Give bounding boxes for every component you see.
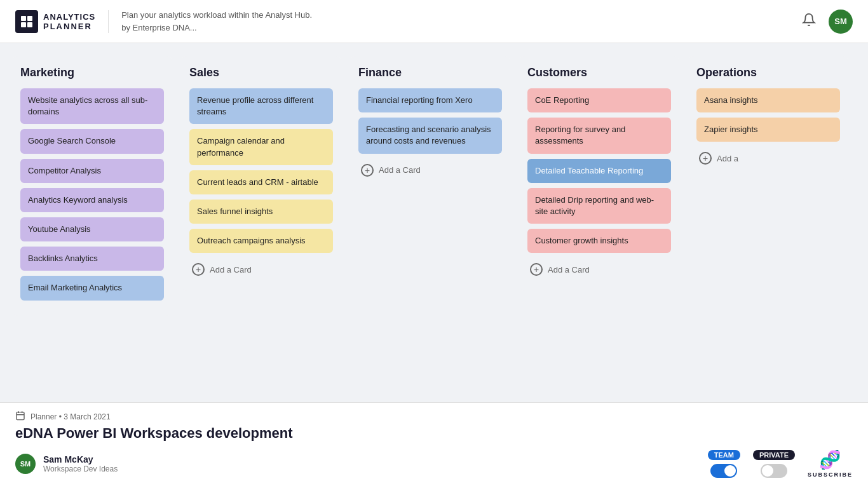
footer-right: TEAM PRIVATE 🧬 SUBSCRIBE bbox=[708, 449, 853, 478]
user-avatar[interactable]: SM bbox=[829, 10, 853, 34]
svg-rect-2 bbox=[21, 22, 26, 27]
add-icon: + bbox=[699, 152, 712, 165]
svg-rect-4 bbox=[17, 412, 24, 420]
header-right: SM bbox=[802, 10, 853, 34]
card[interactable]: Zapier insights bbox=[696, 118, 840, 142]
footer-bottom: SM Sam McKay Workspace Dev Ideas TEAM PR… bbox=[15, 449, 853, 478]
card[interactable]: Detailed Drip reporting and web-site act… bbox=[527, 188, 671, 224]
bell-icon[interactable] bbox=[802, 13, 816, 30]
header-subtitle: Plan your analytics workload within the … bbox=[121, 9, 312, 34]
svg-rect-0 bbox=[21, 16, 26, 21]
card[interactable]: Backlinks Analytics bbox=[20, 247, 164, 271]
add-card-button[interactable]: +Add a Card bbox=[189, 258, 333, 281]
column-sales: SalesRevenue profile across different st… bbox=[182, 56, 341, 291]
logo-text: ANALYTICS PLANNER bbox=[43, 12, 95, 31]
logo-icon bbox=[15, 10, 38, 33]
column-title-operations: Operations bbox=[696, 66, 840, 79]
private-toggle[interactable] bbox=[761, 464, 787, 478]
card[interactable]: Customer growth insights bbox=[527, 229, 671, 253]
footer-title: eDNA Power BI Workspaces development bbox=[15, 425, 853, 442]
workspace-label: Workspace Dev Ideas bbox=[43, 464, 118, 473]
card[interactable]: Financial reporting from Xero bbox=[358, 88, 502, 112]
add-card-button[interactable]: +Add a Card bbox=[527, 258, 671, 281]
main-content: MarketingWebsite analytics across all su… bbox=[0, 43, 868, 402]
add-icon: + bbox=[192, 263, 205, 276]
add-card-button[interactable]: +Add a Card bbox=[358, 159, 502, 182]
planner-icon bbox=[15, 410, 25, 423]
kanban-board: MarketingWebsite analytics across all su… bbox=[13, 56, 855, 322]
team-toggle-group: TEAM bbox=[708, 450, 740, 478]
header: ANALYTICS PLANNER Plan your analytics wo… bbox=[0, 0, 868, 43]
subscribe-logo: 🧬 SUBSCRIBE bbox=[808, 449, 853, 478]
card[interactable]: Analytics Keyword analysis bbox=[20, 188, 164, 212]
card[interactable]: Competitor Analysis bbox=[20, 159, 164, 183]
private-label: PRIVATE bbox=[753, 450, 795, 460]
logo-top: ANALYTICS bbox=[43, 12, 95, 22]
add-card-button[interactable]: +Add a bbox=[696, 147, 840, 170]
column-title-customers: Customers bbox=[527, 66, 671, 79]
footer-breadcrumb: Planner • 3 March 2021 bbox=[31, 412, 111, 421]
card[interactable]: Campaign calendar and performance bbox=[189, 129, 333, 165]
add-icon: + bbox=[530, 263, 543, 276]
column-title-sales: Sales bbox=[189, 66, 333, 79]
footer: Planner • 3 March 2021 eDNA Power BI Wor… bbox=[0, 402, 868, 488]
column-finance: FinanceFinancial reporting from XeroFore… bbox=[351, 56, 510, 192]
card[interactable]: Website analytics across all sub-domains bbox=[20, 88, 164, 124]
card[interactable]: Youtube Analysis bbox=[20, 217, 164, 241]
card[interactable]: Sales funnel insights bbox=[189, 200, 333, 224]
card[interactable]: CoE Reporting bbox=[527, 88, 671, 112]
dna-icon: 🧬 bbox=[819, 449, 841, 470]
team-toggle[interactable] bbox=[710, 464, 737, 478]
card[interactable]: Current leads and CRM - airtable bbox=[189, 170, 333, 194]
author-name: Sam McKay bbox=[43, 454, 118, 464]
card[interactable]: Outreach campaigns analysis bbox=[189, 229, 333, 253]
column-customers: CustomersCoE ReportingReporting for surv… bbox=[520, 56, 679, 291]
logo-bottom: PLANNER bbox=[43, 22, 95, 31]
footer-top: Planner • 3 March 2021 bbox=[15, 410, 853, 423]
svg-rect-3 bbox=[27, 22, 32, 27]
card[interactable]: Forecasting and scenario analysis around… bbox=[358, 118, 502, 153]
card[interactable]: Email Marketing Analytics bbox=[20, 276, 164, 300]
subscribe-text: SUBSCRIBE bbox=[808, 471, 853, 478]
private-toggle-group: PRIVATE bbox=[753, 450, 795, 478]
column-operations: OperationsAsana insightsZapier insights+… bbox=[689, 56, 848, 180]
team-label: TEAM bbox=[708, 450, 740, 460]
kanban-area[interactable]: MarketingWebsite analytics across all su… bbox=[0, 43, 868, 402]
card[interactable]: Google Search Console bbox=[20, 129, 164, 153]
card[interactable]: Detailed Teachable Reporting bbox=[527, 159, 671, 183]
card[interactable]: Asana insights bbox=[696, 88, 840, 112]
author-info: Sam McKay Workspace Dev Ideas bbox=[43, 454, 118, 473]
card[interactable]: Reporting for survey and assessments bbox=[527, 118, 671, 153]
card[interactable]: Revenue profile across different streams bbox=[189, 88, 333, 124]
svg-rect-1 bbox=[27, 16, 32, 21]
column-title-finance: Finance bbox=[358, 66, 502, 79]
footer-avatar: SM bbox=[15, 454, 36, 474]
column-marketing: MarketingWebsite analytics across all su… bbox=[13, 56, 172, 316]
logo-area: ANALYTICS PLANNER bbox=[15, 10, 109, 33]
column-title-marketing: Marketing bbox=[20, 66, 164, 79]
add-icon: + bbox=[361, 164, 374, 177]
